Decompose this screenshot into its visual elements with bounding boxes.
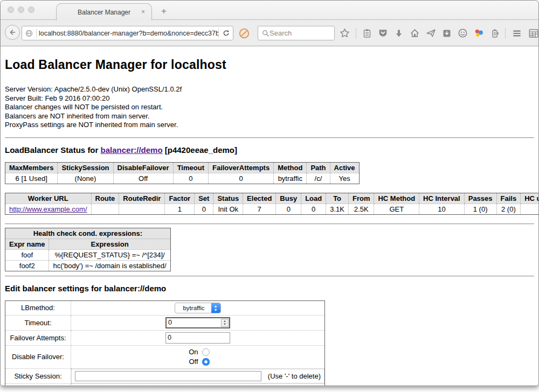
header-cell: Route bbox=[91, 193, 119, 204]
header-cell: HC uri bbox=[521, 193, 538, 204]
bookmark-star-icon[interactable] bbox=[340, 28, 350, 38]
back-button[interactable] bbox=[5, 25, 20, 40]
pocket-icon[interactable] bbox=[378, 28, 388, 38]
battery-dropdown-caret-icon[interactable]: ▾ bbox=[496, 31, 499, 36]
chat-smiley-icon[interactable] bbox=[458, 28, 468, 38]
form-row-disable-failover: Disable Failover: On Off bbox=[5, 345, 325, 368]
minimize-window-button[interactable] bbox=[18, 6, 24, 13]
form-row-sticky: Sticky Session: (Use '-' to delete) bbox=[5, 368, 325, 383]
lbmethod-select[interactable]: bytraffic ▲▼ bbox=[175, 303, 220, 313]
cell-method: bytraffic bbox=[274, 173, 307, 184]
timeout-cell: ▲▼ bbox=[71, 315, 325, 330]
header-cell: Path bbox=[307, 162, 330, 173]
radio-on-label: On bbox=[186, 348, 198, 356]
screenshot-icon[interactable] bbox=[442, 29, 452, 38]
cell-hc-method: GET bbox=[374, 204, 419, 214]
cell-hc-interval: 10 bbox=[419, 204, 465, 214]
failover-attempts-input[interactable] bbox=[166, 334, 230, 341]
balancer-demo-link[interactable]: balancer://demo bbox=[101, 145, 163, 155]
header-cell: StickySession bbox=[58, 162, 113, 173]
content-blocked-icon[interactable] bbox=[238, 27, 250, 39]
lbmethod-selected-value: bytraffic bbox=[175, 305, 211, 311]
form-row-lbmethod: LBmethod: bytraffic ▲▼ bbox=[5, 300, 325, 315]
tab-balancer-manager[interactable]: Balancer Manager × bbox=[56, 3, 152, 20]
clipboard-icon[interactable] bbox=[362, 29, 372, 38]
cell-active: Yes bbox=[330, 173, 359, 184]
search-icon bbox=[261, 29, 270, 37]
page-title: Load Balancer Manager for localhost bbox=[5, 58, 534, 72]
worker-url-link[interactable]: http://www.example.com/ bbox=[9, 205, 87, 213]
cell-to: 3.1K bbox=[326, 204, 349, 214]
close-window-button[interactable] bbox=[8, 6, 14, 13]
table-row: foof %{REQUEST_STATUS} =~ /^[234]/ bbox=[5, 249, 171, 260]
send-icon[interactable] bbox=[426, 28, 436, 38]
header-cell: HC Interval bbox=[419, 193, 465, 204]
menu-hamburger-icon[interactable] bbox=[512, 28, 522, 39]
cell-path: /c/ bbox=[307, 173, 330, 184]
header-cell: Load bbox=[301, 193, 326, 204]
toolbar-divider bbox=[505, 28, 506, 39]
add-worker-label: Add New Worker: bbox=[5, 383, 71, 386]
sticky-session-input[interactable] bbox=[75, 371, 261, 381]
new-tab-button[interactable]: + bbox=[158, 6, 170, 17]
radio-off-selected[interactable] bbox=[202, 358, 210, 366]
site-identity-globe-icon[interactable] bbox=[22, 26, 36, 40]
reload-icon[interactable] bbox=[219, 26, 233, 40]
failover-cell bbox=[71, 330, 325, 345]
form-row-timeout: Timeout: ▲▼ bbox=[5, 315, 325, 330]
cell-maxmembers: 6 [1 Used] bbox=[5, 173, 58, 184]
download-icon[interactable] bbox=[394, 29, 404, 38]
battery-widget[interactable]: ▾ bbox=[490, 29, 499, 38]
timeout-input[interactable] bbox=[167, 319, 221, 326]
cell-expression: hc('body') =~ /domain is established/ bbox=[49, 260, 170, 271]
toolbar-divider bbox=[356, 28, 356, 39]
radio-on[interactable] bbox=[202, 348, 210, 356]
number-stepper-icon[interactable]: ▲▼ bbox=[221, 319, 229, 327]
server-info: Server Version: Apache/2.5.0-dev (Unix) … bbox=[5, 85, 534, 130]
header-cell: Status bbox=[213, 193, 243, 204]
status-heading-prefix: LoadBalancer Status for bbox=[5, 145, 101, 155]
tab-close-icon[interactable]: × bbox=[141, 9, 145, 15]
table-header-row: MaxMembers StickySession DisableFailover… bbox=[5, 162, 360, 173]
lbmethod-label: LBmethod: bbox=[5, 300, 71, 315]
extension-dots-icon[interactable] bbox=[474, 28, 484, 38]
cell-expression: %{REQUEST_STATUS} =~ /^[234]/ bbox=[49, 249, 170, 260]
cell-factor: 1 bbox=[165, 204, 195, 214]
zoom-window-button[interactable] bbox=[28, 6, 34, 13]
persist-note-line: Balancer changes will NOT be persisted o… bbox=[5, 103, 534, 112]
radio-off-row: Off bbox=[73, 357, 322, 367]
tab-grid-icon[interactable] bbox=[528, 28, 539, 39]
tab-bar: Balancer Manager × + bbox=[1, 1, 538, 20]
header-cell: Timeout bbox=[173, 162, 208, 173]
section-divider bbox=[5, 223, 534, 225]
timeout-field: ▲▼ bbox=[165, 317, 230, 328]
page-content: Load Balancer Manager for localhost Serv… bbox=[1, 46, 538, 386]
disable-failover-label: Disable Failover: bbox=[5, 345, 71, 368]
header-cell: From bbox=[348, 193, 374, 204]
failover-field bbox=[165, 332, 230, 344]
header-cell: DisableFailover bbox=[113, 162, 173, 173]
header-cell: Set bbox=[195, 193, 213, 204]
radio-on-row: On bbox=[73, 347, 322, 357]
add-worker-input[interactable] bbox=[113, 386, 210, 387]
disable-failover-cell: On Off bbox=[71, 345, 325, 368]
balancer-status-table: MaxMembers StickySession DisableFailover… bbox=[5, 162, 360, 184]
back-arrow-icon bbox=[8, 28, 17, 37]
navigation-toolbar: localhost:8880/balancer-manager?b=demo&n… bbox=[1, 20, 538, 46]
url-text[interactable]: localhost:8880/balancer-manager?b=demo&n… bbox=[37, 30, 218, 37]
form-row-failover: Failover Attempts: bbox=[5, 330, 325, 345]
table-header-row: Worker URL Route RouteRedir Factor Set S… bbox=[5, 193, 539, 204]
header-cell: Worker URL bbox=[5, 193, 92, 204]
cell-passes: 1 (0) bbox=[464, 204, 496, 214]
server-version-line: Server Version: Apache/2.5.0-dev (Unix) … bbox=[5, 85, 534, 94]
cell-busy: 0 bbox=[276, 204, 301, 214]
cell-from: 2.5K bbox=[348, 204, 374, 214]
search-bar[interactable] bbox=[258, 26, 335, 40]
header-cell: To bbox=[326, 193, 349, 204]
url-bar[interactable]: localhost:8880/balancer-manager?b=demo&n… bbox=[22, 26, 233, 40]
header-cell: Passes bbox=[464, 193, 496, 204]
health-table-title: Health check cond. expressions: bbox=[5, 228, 171, 239]
home-icon[interactable] bbox=[410, 28, 420, 38]
search-input[interactable] bbox=[270, 29, 334, 37]
add-worker-cell: Are you sure? bbox=[71, 383, 325, 386]
